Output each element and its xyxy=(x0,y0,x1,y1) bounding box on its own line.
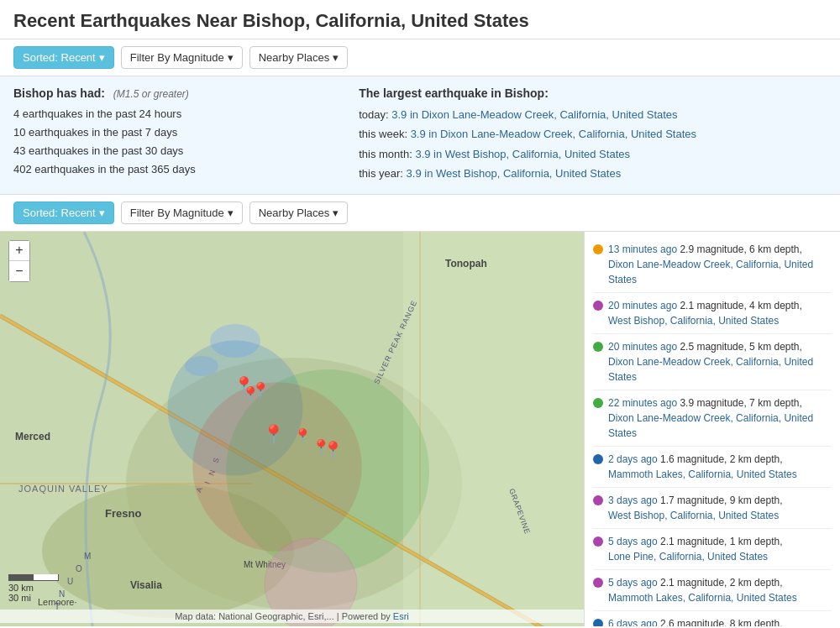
eq-time-link[interactable]: 13 minutes ago xyxy=(608,243,677,255)
zoom-out-button[interactable]: − xyxy=(9,261,29,281)
esri-link[interactable]: Esri xyxy=(393,611,409,621)
filter-label-2: Filter By Magnitude xyxy=(130,207,224,219)
eq-list-item: 13 minutes ago 2.9 magnitude, 6 km depth… xyxy=(593,237,832,293)
sorted-button-2[interactable]: Sorted: Recent ▾ xyxy=(13,201,114,224)
main-content: Tonopah Merced Fresno Lemoore· Visalia M… xyxy=(0,232,840,626)
eq-magnitude: 2.9 magnitude, 6 km depth, xyxy=(677,243,802,255)
map-svg: Tonopah Merced Fresno Lemoore· Visalia M… xyxy=(0,232,584,626)
eq-magnitude: 2.5 magnitude, 5 km depth, xyxy=(677,341,802,353)
filter-magnitude-button[interactable]: Filter By Magnitude ▾ xyxy=(121,46,243,69)
eq-color-dot xyxy=(593,619,603,626)
svg-text:Merced: Merced xyxy=(15,431,50,442)
eq-color-dot xyxy=(593,342,603,352)
eq-location-link[interactable]: West Bishop, California, United States xyxy=(608,315,779,327)
nearby-label-2: Nearby Places xyxy=(259,207,330,219)
nearby-places-button-2[interactable]: Nearby Places ▾ xyxy=(249,201,349,224)
eq-location-link[interactable]: Mammoth Lakes, California, United States xyxy=(608,468,797,480)
svg-rect-3 xyxy=(403,232,584,626)
svg-text:Fresno: Fresno xyxy=(105,507,141,520)
eq-location-link[interactable]: Mammoth Lakes, California, United States xyxy=(608,592,797,604)
eq-info: 5 days ago 2.1 magnitude, 1 km depth, Lo… xyxy=(608,534,832,564)
eq-location-link[interactable]: West Bishop, California, United States xyxy=(608,510,779,521)
stats-left-title: Bishop has had: (M1.5 or greater) xyxy=(13,86,325,100)
zoom-in-button[interactable]: + xyxy=(9,241,29,261)
eq-location-link[interactable]: Dixon Lane-Meadow Creek, California, Uni… xyxy=(608,356,813,383)
eq-time-link[interactable]: 5 days ago xyxy=(608,536,658,547)
nearby-places-button[interactable]: Nearby Places ▾ xyxy=(249,46,349,69)
eq-list-item: 6 days ago 2.6 magnitude, 8 km depth, We… xyxy=(593,611,832,626)
eq-list-item: 2 days ago 1.6 magnitude, 2 km depth, Ma… xyxy=(593,447,832,488)
map-scale-bar xyxy=(8,574,59,581)
largest-week: this week: 3.9 in Dixon Lane-Meadow Cree… xyxy=(359,124,827,144)
eq-info: 2 days ago 1.6 magnitude, 2 km depth, Ma… xyxy=(608,452,832,482)
map-background: Tonopah Merced Fresno Lemoore· Visalia M… xyxy=(0,232,584,626)
svg-text:JOAQUIN VALLEY: JOAQUIN VALLEY xyxy=(18,484,108,494)
eq-time-link[interactable]: 22 minutes ago xyxy=(608,397,677,409)
stats-subtitle: (M1.5 or greater) xyxy=(113,88,189,100)
eq-pin-3[interactable]: 📍 xyxy=(251,381,270,400)
sorted-label: Sorted: Recent xyxy=(23,51,96,64)
eq-list-item: 5 days ago 2.1 magnitude, 1 km depth, Lo… xyxy=(593,529,832,570)
eq-color-dot xyxy=(593,495,603,505)
eq-list-item: 20 minutes ago 2.5 magnitude, 5 km depth… xyxy=(593,334,832,390)
stat-item-3: 43 earthquakes in the past 30 days xyxy=(13,142,325,160)
svg-text:U: U xyxy=(67,577,74,586)
largest-week-label: this week: xyxy=(359,128,407,140)
eq-list-item: 20 minutes ago 2.1 magnitude, 4 km depth… xyxy=(593,293,832,334)
filter-magnitude-button-2[interactable]: Filter By Magnitude ▾ xyxy=(121,201,243,224)
map-container[interactable]: Tonopah Merced Fresno Lemoore· Visalia M… xyxy=(0,232,584,626)
eq-location-link[interactable]: Dixon Lane-Meadow Creek, California, Uni… xyxy=(608,412,813,439)
sorted-button[interactable]: Sorted: Recent ▾ xyxy=(13,46,114,69)
largest-month: this month: 3.9 in West Bishop, Californ… xyxy=(359,144,827,164)
toolbar-1: Sorted: Recent ▾ Filter By Magnitude ▾ N… xyxy=(0,39,840,76)
largest-today: today: 3.9 in Dixon Lane-Meadow Creek, C… xyxy=(359,105,827,124)
nearby-arrow-2: ▾ xyxy=(333,207,339,219)
eq-time-link[interactable]: 3 days ago xyxy=(608,495,658,506)
largest-week-link[interactable]: 3.9 in Dixon Lane-Meadow Creek, Californ… xyxy=(411,128,696,140)
eq-time-link[interactable]: 20 minutes ago xyxy=(608,300,677,311)
largest-month-label: this month: xyxy=(359,148,412,160)
nearby-label: Nearby Places xyxy=(259,51,330,64)
stats-panel: Bishop has had: (M1.5 or greater) 4 eart… xyxy=(0,76,840,195)
stats-right-title: The largest earthquake in Bishop: xyxy=(359,86,827,100)
eq-pin-7[interactable]: 📍 xyxy=(323,440,344,460)
eq-location-link[interactable]: Lone Pine, California, United States xyxy=(608,551,768,563)
eq-location-link[interactable]: Dixon Lane-Meadow Creek, California, Uni… xyxy=(608,259,813,285)
eq-color-dot xyxy=(593,244,603,254)
map-attribution: Map data: National Geographic, Esri,... … xyxy=(0,610,584,623)
page-title: Recent Earthquakes Near Bishop, Californ… xyxy=(0,0,840,39)
eq-magnitude: 2.1 magnitude, 2 km depth, xyxy=(658,577,783,589)
eq-list-item: 22 minutes ago 3.9 magnitude, 7 km depth… xyxy=(593,390,832,447)
eq-time-link[interactable]: 20 minutes ago xyxy=(608,341,677,353)
svg-text:N: N xyxy=(59,589,66,599)
largest-year-link[interactable]: 3.9 in West Bishop, California, United S… xyxy=(407,167,622,180)
largest-today-label: today: xyxy=(359,108,388,121)
eq-magnitude: 1.7 magnitude, 9 km depth, xyxy=(658,495,783,506)
eq-pin-4[interactable]: 📍 xyxy=(262,424,285,446)
sorted-label-2: Sorted: Recent xyxy=(23,207,96,219)
toolbar-2: Sorted: Recent ▾ Filter By Magnitude ▾ N… xyxy=(0,195,840,232)
eq-magnitude: 2.1 magnitude, 1 km depth, xyxy=(658,536,783,547)
largest-month-link[interactable]: 3.9 in West Bishop, California, United S… xyxy=(415,148,630,160)
eq-color-dot xyxy=(593,536,603,547)
eq-time-link[interactable]: 5 days ago xyxy=(608,577,658,589)
eq-pin-5[interactable]: 📍 xyxy=(293,427,312,446)
eq-info: 22 minutes ago 3.9 magnitude, 7 km depth… xyxy=(608,395,832,441)
sorted-arrow-2: ▾ xyxy=(99,207,105,219)
stat-item-4: 402 earthquakes in the past 365 days xyxy=(13,160,325,179)
eq-color-dot xyxy=(593,454,603,464)
eq-time-link[interactable]: 6 days ago xyxy=(608,618,658,626)
eq-time-link[interactable]: 2 days ago xyxy=(608,453,658,465)
largest-today-link[interactable]: 3.9 in Dixon Lane-Meadow Creek, Californ… xyxy=(391,108,677,121)
eq-info: 5 days ago 2.1 magnitude, 2 km depth, Ma… xyxy=(608,575,832,605)
eq-list-item: 5 days ago 2.1 magnitude, 2 km depth, Ma… xyxy=(593,570,832,611)
eq-color-dot xyxy=(593,301,603,311)
stats-right: The largest earthquake in Bishop: today:… xyxy=(359,86,827,184)
eq-magnitude: 2.1 magnitude, 4 km depth, xyxy=(677,300,802,311)
map-scale-km: 30 km xyxy=(8,583,59,593)
filter-arrow: ▾ xyxy=(228,51,234,64)
eq-info: 13 minutes ago 2.9 magnitude, 6 km depth… xyxy=(608,242,832,287)
earthquake-list: 13 minutes ago 2.9 magnitude, 6 km depth… xyxy=(584,232,840,626)
eq-magnitude: 2.6 magnitude, 8 km depth, xyxy=(658,618,783,626)
filter-arrow-2: ▾ xyxy=(228,207,234,219)
